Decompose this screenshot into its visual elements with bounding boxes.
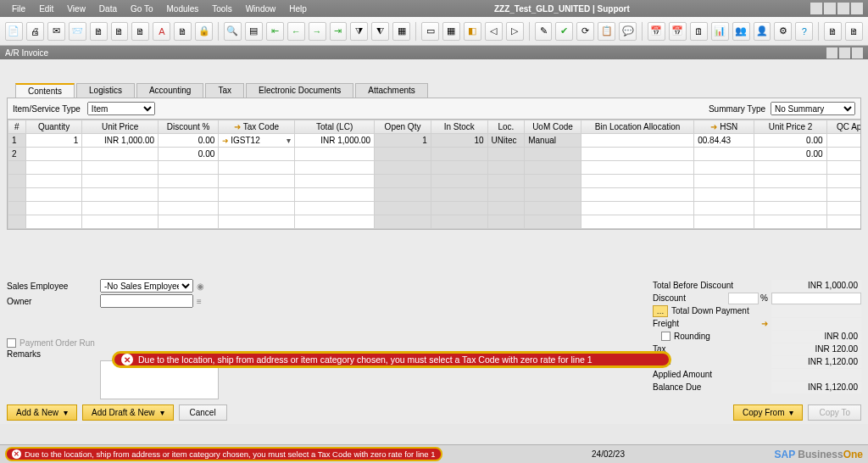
error-close-icon[interactable]: ✕ — [121, 354, 133, 365]
tb-doc-icon[interactable]: 🗎 — [90, 22, 108, 41]
tb-doc-new-icon[interactable]: 🗎 — [111, 22, 129, 41]
add-draft-and-new-button[interactable]: Add Draft & New▾ — [82, 404, 173, 421]
tb-doc-dup-icon[interactable]: 🗎 — [174, 22, 192, 41]
tb-calendar-list-icon[interactable]: 🗓 — [690, 22, 708, 41]
tb-next-icon[interactable]: → — [309, 22, 326, 41]
link-arrow-icon[interactable]: ➜ — [761, 319, 768, 328]
owner-input[interactable] — [100, 294, 193, 308]
cell-bin[interactable] — [581, 134, 693, 148]
cell-hsn[interactable]: 00.84.43 — [694, 134, 754, 148]
grid-row[interactable]: 1 1 INR 1,000.00 0.00 ➜IGST12▾ INR 1,000… — [8, 134, 861, 148]
menu-window[interactable]: Window — [239, 4, 283, 14]
cell-unit-price[interactable] — [82, 148, 159, 161]
col-uom[interactable]: UoM Code — [525, 120, 581, 134]
discount-pct-input[interactable] — [728, 293, 759, 304]
rounding-checkbox[interactable] — [661, 332, 670, 341]
cell-qty[interactable] — [25, 148, 82, 161]
tb-gear-icon[interactable]: ⚙ — [774, 22, 792, 41]
window-max-icon[interactable] — [839, 47, 850, 59]
cell-hsn[interactable] — [694, 148, 754, 161]
tb-chat-icon[interactable]: 💬 — [619, 22, 637, 41]
cell-unit-price2[interactable]: 0.00 — [754, 134, 826, 148]
tb-prev-icon[interactable]: ← — [287, 22, 305, 41]
cell-qc-approval[interactable]: ▾ — [826, 134, 860, 148]
app-min-icon[interactable] — [810, 3, 822, 14]
app-close-icon[interactable] — [851, 3, 863, 14]
tb-form-icon[interactable]: ▭ — [421, 22, 439, 41]
cell-discount[interactable]: 0.00 — [159, 134, 219, 148]
tb-first-icon[interactable]: ⇤ — [266, 22, 284, 41]
tb-last-icon[interactable]: ⇥ — [330, 22, 348, 41]
owner-lookup-icon[interactable]: ≡ — [197, 297, 202, 306]
cell-unit-price[interactable]: INR 1,000.00 — [82, 134, 159, 148]
tb-print-icon[interactable]: 🖨 — [26, 22, 44, 41]
tab-contents[interactable]: Contents — [15, 83, 75, 98]
tb-list-icon[interactable]: ▤ — [245, 22, 263, 41]
tab-attachments[interactable]: Attachments — [355, 83, 428, 98]
tb-mail-in-icon[interactable]: 📨 — [69, 22, 86, 41]
tb-mail-send-icon[interactable]: ✉ — [47, 22, 65, 41]
tb-grid-icon[interactable]: ▦ — [392, 22, 410, 41]
cell-tax-code[interactable]: ➜IGST12▾ — [219, 134, 295, 148]
tb-doc-lock-icon[interactable]: 🔒 — [195, 22, 213, 41]
summary-type-select[interactable]: No Summary — [771, 102, 855, 115]
menu-file[interactable]: File — [5, 4, 32, 14]
app-restore-icon[interactable] — [824, 3, 836, 14]
menu-data[interactable]: Data — [92, 4, 124, 14]
tb-help-icon[interactable]: ? — [795, 22, 813, 41]
cell-bin[interactable] — [581, 148, 693, 161]
cell-total-lc[interactable]: INR 1,000.00 — [294, 134, 374, 148]
grid-row-empty[interactable] — [8, 188, 861, 202]
add-and-new-button[interactable]: Add & New▾ — [7, 404, 77, 421]
app-max-icon[interactable] — [837, 3, 849, 14]
cell-total-lc[interactable] — [294, 148, 374, 161]
tb-doc-a-icon[interactable]: 🗎 — [824, 22, 842, 41]
item-service-type-select[interactable]: Item — [87, 102, 155, 115]
cancel-button[interactable]: Cancel — [179, 404, 227, 421]
col-in-stock[interactable]: In Stock — [431, 120, 487, 134]
tb-calendar-x-icon[interactable]: 📅 — [669, 22, 687, 41]
tb-filter-icon[interactable]: ⧩ — [350, 22, 368, 41]
tb-doc-b-icon[interactable]: 🗎 — [845, 22, 863, 41]
grid-row-empty[interactable] — [8, 202, 861, 215]
menu-goto[interactable]: Go To — [124, 4, 160, 14]
tb-clipboard-icon[interactable]: 📋 — [598, 22, 615, 41]
menu-tools[interactable]: Tools — [205, 4, 238, 14]
col-discount[interactable]: Discount % — [159, 120, 219, 134]
menu-view[interactable]: View — [60, 4, 92, 14]
tb-refresh-plus-icon[interactable]: ⟳ — [576, 22, 594, 41]
copy-to-button[interactable]: Copy To — [808, 404, 861, 421]
cell-unit-price2[interactable]: 0.00 — [754, 148, 826, 161]
menu-help[interactable]: Help — [282, 4, 314, 14]
grid-row[interactable]: 2 0.00 0.00 ▾ — [8, 148, 861, 161]
payment-order-run-checkbox[interactable] — [7, 338, 16, 348]
tb-users-icon[interactable]: 👥 — [732, 22, 750, 41]
cell-tax-code[interactable] — [219, 148, 295, 161]
col-unit-price2[interactable]: Unit Price 2 — [754, 120, 826, 134]
tb-cube-icon[interactable]: ◧ — [464, 22, 481, 41]
col-num[interactable]: # — [8, 120, 26, 134]
col-loc[interactable]: Loc. — [487, 120, 525, 134]
grid-row-empty[interactable] — [8, 161, 861, 175]
tb-chart-icon[interactable]: 📊 — [711, 22, 729, 41]
tb-user-icon[interactable]: 👤 — [754, 22, 771, 41]
tab-logistics[interactable]: Logistics — [76, 83, 135, 98]
cell-qty[interactable]: 1 — [25, 134, 82, 148]
tb-find-icon[interactable]: 🔍 — [224, 22, 242, 41]
col-qc-approval[interactable]: QC Approval — [826, 120, 860, 134]
sales-employee-lookup-icon[interactable]: ◉ — [197, 282, 204, 291]
window-close-icon[interactable] — [852, 47, 863, 59]
col-unit-price[interactable]: Unit Price — [82, 120, 159, 134]
tb-pdf-icon[interactable]: A — [153, 22, 170, 41]
tb-calendar-icon[interactable]: 📅 — [648, 22, 665, 41]
tb-check-icon[interactable]: ✔ — [555, 22, 573, 41]
grid-scroll[interactable]: # Quantity Unit Price Discount % ➜ Tax C… — [8, 120, 860, 229]
menu-modules[interactable]: Modules — [159, 4, 205, 14]
tb-form-left-icon[interactable]: ◁ — [485, 22, 503, 41]
tb-form-right-icon[interactable]: ▷ — [506, 22, 524, 41]
col-quantity[interactable]: Quantity — [25, 120, 82, 134]
dropdown-icon[interactable]: ▾ — [287, 136, 291, 145]
tb-file-icon[interactable]: 📄 — [5, 22, 23, 41]
col-hsn[interactable]: ➜ HSN — [694, 120, 754, 134]
col-bin[interactable]: Bin Location Allocation — [581, 120, 693, 134]
